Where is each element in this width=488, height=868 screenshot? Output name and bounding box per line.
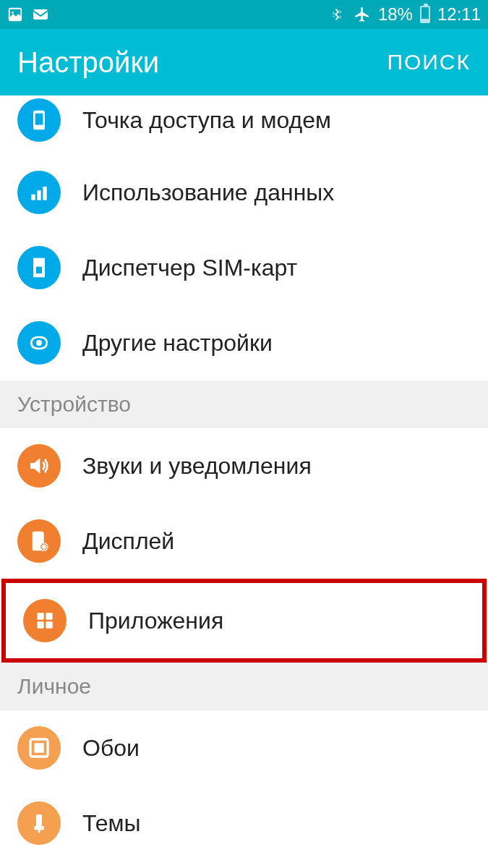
image-icon bbox=[7, 7, 23, 22]
wallpaper-icon bbox=[17, 726, 61, 770]
setting-label: Диспетчер SIM-карт bbox=[82, 255, 297, 281]
svg-rect-5 bbox=[31, 195, 35, 200]
setting-label: Дисплей bbox=[82, 528, 174, 555]
section-personal: Личное bbox=[0, 663, 488, 710]
svg-rect-8 bbox=[36, 267, 42, 273]
setting-label: Приложения bbox=[88, 608, 223, 634]
settings-list[interactable]: Точка доступа и модем Использование данн… bbox=[0, 95, 488, 868]
highlighted-item: Приложения bbox=[1, 579, 487, 663]
setting-item-partial[interactable] bbox=[0, 861, 488, 868]
other-settings-icon bbox=[17, 321, 61, 365]
setting-item-hotspot[interactable]: Точка доступа и модем bbox=[0, 95, 488, 155]
clock-time: 12:11 bbox=[437, 4, 481, 25]
svg-rect-19 bbox=[34, 826, 43, 830]
svg-point-1 bbox=[12, 12, 14, 14]
svg-rect-14 bbox=[37, 621, 43, 628]
vibrate-icon bbox=[330, 7, 346, 22]
battery-icon bbox=[420, 6, 430, 23]
setting-item-sounds[interactable]: Звуки и уведомления bbox=[0, 428, 488, 503]
setting-item-other-settings[interactable]: Другие настройки bbox=[0, 305, 488, 380]
section-device: Устройство bbox=[0, 380, 488, 428]
svg-rect-17 bbox=[34, 743, 43, 752]
svg-rect-15 bbox=[46, 621, 52, 628]
svg-rect-20 bbox=[38, 830, 40, 833]
setting-label: Другие настройки bbox=[82, 330, 273, 357]
display-icon bbox=[17, 519, 61, 563]
setting-label: Обои bbox=[82, 735, 140, 762]
sounds-icon bbox=[17, 444, 61, 488]
sim-icon bbox=[17, 246, 61, 289]
airplane-icon bbox=[354, 6, 371, 23]
status-left-icons bbox=[7, 6, 49, 23]
svg-point-9 bbox=[36, 340, 42, 346]
svg-rect-18 bbox=[36, 814, 42, 828]
hotspot-icon bbox=[17, 98, 61, 142]
setting-item-wallpaper[interactable]: Обои bbox=[0, 710, 488, 786]
setting-item-data-usage[interactable]: Использование данных bbox=[0, 155, 488, 230]
battery-percent: 18% bbox=[378, 4, 413, 25]
apps-icon bbox=[23, 599, 67, 642]
themes-icon bbox=[17, 801, 61, 845]
status-right-info: 18% 12:11 bbox=[330, 4, 481, 25]
mail-icon bbox=[32, 6, 49, 23]
app-header: Настройки ПОИСК bbox=[0, 29, 488, 95]
setting-item-themes[interactable]: Темы bbox=[0, 786, 488, 861]
setting-item-apps[interactable]: Приложения bbox=[6, 583, 482, 658]
setting-label: Использование данных bbox=[82, 179, 334, 206]
setting-label: Точка доступа и модем bbox=[82, 107, 331, 134]
svg-rect-13 bbox=[46, 613, 52, 619]
svg-rect-2 bbox=[33, 9, 48, 20]
svg-rect-6 bbox=[37, 190, 40, 200]
data-usage-icon bbox=[17, 171, 61, 214]
svg-rect-12 bbox=[37, 613, 43, 619]
setting-label: Звуки и уведомления bbox=[82, 453, 312, 480]
svg-rect-7 bbox=[43, 187, 46, 200]
setting-label: Темы bbox=[82, 810, 141, 837]
page-title: Настройки bbox=[17, 46, 159, 79]
status-bar: 18% 12:11 bbox=[0, 0, 488, 29]
setting-item-sim-manager[interactable]: Диспетчер SIM-карт bbox=[0, 230, 488, 305]
setting-item-display[interactable]: Дисплей bbox=[0, 503, 488, 579]
svg-rect-4 bbox=[35, 114, 43, 125]
search-button[interactable]: ПОИСК bbox=[387, 50, 471, 75]
